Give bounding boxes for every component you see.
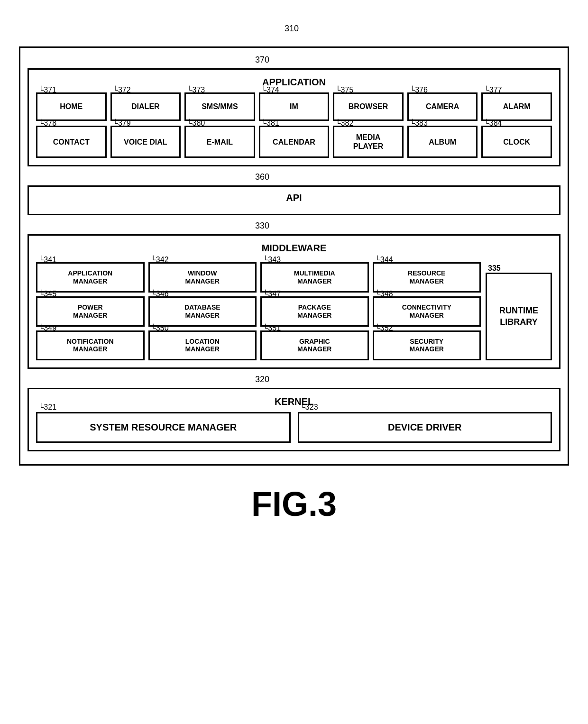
- mw-ref-label: └350: [151, 323, 169, 332]
- app-ref-label: └383: [410, 119, 428, 128]
- kernel-ref-label: └321: [38, 403, 56, 412]
- app-ref-label: └377: [484, 85, 502, 94]
- app-row-2: └378CONTACT└379VOICE DIAL└380E-MAIL└381C…: [36, 126, 552, 158]
- middleware-item: └347PACKAGEMANAGER: [260, 296, 369, 327]
- app-ref-label: └374: [261, 85, 279, 94]
- ref-310-label: 310: [285, 24, 299, 34]
- ref-330-container: 330: [28, 221, 560, 232]
- middleware-item: └352SECURITYMANAGER: [373, 330, 481, 361]
- middleware-item: └350LOCATIONMANAGER: [148, 330, 257, 361]
- kernel-item: └323DEVICE DRIVER: [298, 412, 552, 443]
- app-item: └384CLOCK: [481, 126, 552, 158]
- kernel-ref-label: └323: [300, 403, 318, 412]
- app-ref-label: └380: [187, 119, 205, 128]
- runtime-library-box: 335 RUNTIME LIBRARY: [486, 273, 552, 360]
- mw-ref-label: └347: [263, 289, 281, 298]
- app-item: └382MEDIAPLAYER: [333, 126, 404, 158]
- mw-ref-label: └349: [38, 323, 56, 332]
- app-ref-label: └384: [484, 119, 502, 128]
- box-310: 370 APPLICATION └371HOME└372DIALER└373SM…: [19, 46, 569, 466]
- app-row-1: └371HOME└372DIALER└373SMS/MMS└374IM└375B…: [36, 92, 552, 121]
- ref-370-container: 370: [28, 55, 560, 66]
- mw-ref-label: └344: [375, 255, 393, 264]
- box-kernel: KERNEL └321SYSTEM RESOURCE MANAGER└323DE…: [28, 388, 560, 451]
- middleware-left: └341APPLICATIONMANAGER└342WINDOWMANAGER└…: [36, 258, 481, 360]
- app-item: └373SMS/MMS: [184, 92, 255, 121]
- mw-ref-label: └352: [375, 323, 393, 332]
- app-item: └377ALARM: [481, 92, 552, 121]
- app-item: └383ALBUM: [407, 126, 478, 158]
- app-ref-label: └373: [187, 85, 205, 94]
- ref-360-container: 360: [28, 172, 560, 183]
- runtime-library-label: RUNTIME LIBRARY: [499, 306, 538, 326]
- middleware-item: └348CONNECTIVITYMANAGER: [373, 296, 481, 327]
- box-middleware: MIDDLEWARE └341APPLICATIONMANAGER└342WIN…: [28, 234, 560, 369]
- app-ref-label: └381: [261, 119, 279, 128]
- middleware-row-3: └349NOTIFICATIONMANAGER└350LOCATIONMANAG…: [36, 330, 481, 361]
- app-ref-label: └376: [410, 85, 428, 94]
- middleware-item: └351GRAPHICMANAGER: [260, 330, 369, 361]
- mw-ref-label: └341: [38, 255, 56, 264]
- ref-320-container: 320: [28, 375, 560, 386]
- mw-ref-label: └342: [151, 255, 169, 264]
- app-item: └374IM: [259, 92, 330, 121]
- app-ref-label: └371: [38, 85, 56, 94]
- app-item: └372DIALER: [110, 92, 181, 121]
- api-label: API: [36, 192, 552, 203]
- mw-ref-label: └345: [38, 289, 56, 298]
- box-api: API: [28, 185, 560, 215]
- mw-ref-label: └348: [375, 289, 393, 298]
- middleware-row-2: └345POWERMANAGER└346DATABASEMANAGER└347P…: [36, 296, 481, 327]
- ref-320-label: 320: [255, 375, 269, 385]
- middleware-row-1: └341APPLICATIONMANAGER└342WINDOWMANAGER└…: [36, 262, 481, 293]
- kernel-item: └321SYSTEM RESOURCE MANAGER: [36, 412, 291, 443]
- app-item: └378CONTACT: [36, 126, 107, 158]
- middleware-label: MIDDLEWARE: [36, 243, 552, 254]
- app-item: └380E-MAIL: [184, 126, 255, 158]
- app-item: └379VOICE DIAL: [110, 126, 181, 158]
- ref-330-label: 330: [255, 221, 269, 231]
- ref-370-label: 370: [255, 55, 269, 65]
- middleware-item: └345POWERMANAGER: [36, 296, 145, 327]
- middleware-content: └341APPLICATIONMANAGER└342WINDOWMANAGER└…: [36, 258, 552, 360]
- mw-ref-label: └351: [263, 323, 281, 332]
- middleware-item: └349NOTIFICATIONMANAGER: [36, 330, 145, 361]
- box-application: APPLICATION └371HOME└372DIALER└373SMS/MM…: [28, 68, 560, 166]
- app-ref-label: └372: [113, 85, 131, 94]
- diagram-container: 310 370 APPLICATION └371HOME└372DIALER└3…: [19, 24, 569, 466]
- app-item: └376CAMERA: [407, 92, 478, 121]
- app-ref-label: └382: [335, 119, 353, 128]
- app-ref-label: └378: [38, 119, 56, 128]
- middleware-item: └341APPLICATIONMANAGER: [36, 262, 145, 293]
- app-ref-label: └375: [335, 85, 353, 94]
- runtime-ref-label: 335: [488, 264, 501, 274]
- middleware-item: └344RESOURCEMANAGER: [373, 262, 481, 293]
- app-item: └375BROWSER: [333, 92, 404, 121]
- ref-360-label: 360: [255, 172, 269, 182]
- mw-ref-label: └346: [151, 289, 169, 298]
- app-item: └371HOME: [36, 92, 107, 121]
- kernel-label: KERNEL: [36, 396, 552, 407]
- app-ref-label: └379: [113, 119, 131, 128]
- middleware-item: └346DATABASEMANAGER: [148, 296, 257, 327]
- kernel-grid: └321SYSTEM RESOURCE MANAGER└323DEVICE DR…: [36, 412, 552, 443]
- middleware-item: └342WINDOWMANAGER: [148, 262, 257, 293]
- ref-310-container: 310: [19, 24, 569, 37]
- mw-ref-label: └343: [263, 255, 281, 264]
- middleware-item: └343MULTIMEDIAMANAGER: [260, 262, 369, 293]
- app-item: └381CALENDAR: [259, 126, 330, 158]
- fig-label: FIG.3: [251, 485, 337, 523]
